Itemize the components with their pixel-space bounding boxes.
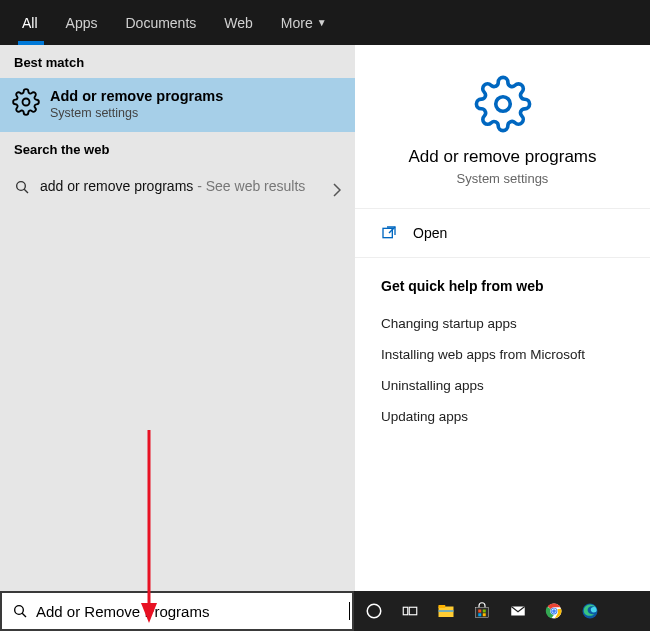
svg-point-0 <box>23 99 30 106</box>
gear-icon <box>12 88 40 116</box>
quick-help-link[interactable]: Updating apps <box>381 401 624 432</box>
search-icon <box>14 179 30 195</box>
svg-rect-19 <box>483 613 486 616</box>
web-result-text: add or remove programs - See web results <box>40 177 335 195</box>
svg-rect-11 <box>409 607 417 615</box>
tab-more[interactable]: More ▼ <box>267 0 341 45</box>
best-match-result[interactable]: Add or remove programs System settings <box>0 78 355 132</box>
chevron-down-icon: ▼ <box>317 17 327 28</box>
detail-panel: Add or remove programs System settings O… <box>355 45 650 591</box>
svg-point-1 <box>17 182 26 191</box>
task-view-icon[interactable] <box>400 601 420 621</box>
filter-tabs: All Apps Documents Web More ▼ <box>0 0 650 45</box>
search-box[interactable] <box>0 591 354 631</box>
chrome-icon[interactable] <box>544 601 564 621</box>
best-match-subtitle: System settings <box>50 106 223 120</box>
chevron-right-icon <box>333 183 341 197</box>
svg-point-25 <box>552 609 556 613</box>
tab-web[interactable]: Web <box>210 0 267 45</box>
detail-subtitle: System settings <box>365 171 640 186</box>
taskbar <box>354 591 650 631</box>
svg-rect-14 <box>439 610 454 612</box>
quick-help-link[interactable]: Changing startup apps <box>381 308 624 339</box>
svg-point-9 <box>367 604 381 618</box>
svg-rect-18 <box>478 613 481 616</box>
detail-header: Add or remove programs System settings <box>355 45 650 209</box>
results-panel: Best match Add or remove programs System… <box>0 45 355 591</box>
search-input[interactable] <box>36 603 347 620</box>
edge-icon[interactable] <box>580 601 600 621</box>
tab-more-label: More <box>281 15 313 31</box>
search-icon <box>12 603 28 619</box>
web-result-query: add or remove programs <box>40 178 193 194</box>
text-caret <box>349 602 350 620</box>
detail-title: Add or remove programs <box>365 147 640 167</box>
tab-apps[interactable]: Apps <box>52 0 112 45</box>
svg-line-2 <box>24 189 28 193</box>
file-explorer-icon[interactable] <box>436 601 456 621</box>
tab-all[interactable]: All <box>8 0 52 45</box>
open-icon <box>381 225 397 241</box>
svg-rect-15 <box>475 607 489 618</box>
svg-rect-13 <box>439 605 446 608</box>
quick-help-section: Get quick help from web Changing startup… <box>355 258 650 452</box>
svg-point-7 <box>15 606 24 615</box>
tab-documents[interactable]: Documents <box>111 0 210 45</box>
quick-help-link[interactable]: Uninstalling apps <box>381 370 624 401</box>
web-result[interactable]: add or remove programs - See web results <box>0 165 355 207</box>
web-result-suffix: - See web results <box>193 178 305 194</box>
svg-rect-16 <box>478 610 481 613</box>
svg-rect-17 <box>483 610 486 613</box>
cortana-icon[interactable] <box>364 601 384 621</box>
open-label: Open <box>413 225 447 241</box>
best-match-title: Add or remove programs <box>50 88 223 104</box>
open-action[interactable]: Open <box>355 209 650 258</box>
microsoft-store-icon[interactable] <box>472 601 492 621</box>
quick-help-link[interactable]: Installing web apps from Microsoft <box>381 339 624 370</box>
gear-icon <box>474 75 532 133</box>
svg-rect-10 <box>403 607 408 615</box>
svg-line-8 <box>22 613 26 617</box>
search-web-header: Search the web <box>0 132 355 165</box>
svg-rect-6 <box>383 228 392 237</box>
best-match-header: Best match <box>0 45 355 78</box>
svg-point-5 <box>495 97 510 112</box>
quick-help-header: Get quick help from web <box>381 278 624 294</box>
mail-icon[interactable] <box>508 601 528 621</box>
